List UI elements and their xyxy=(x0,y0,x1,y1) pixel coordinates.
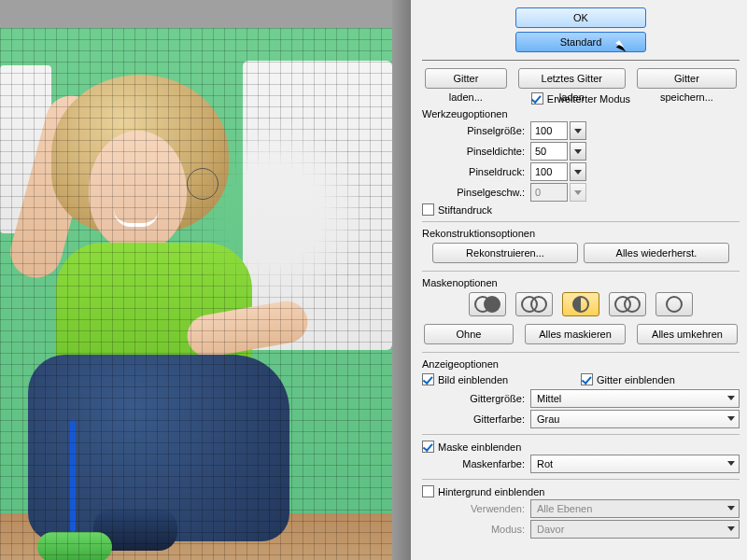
show-backdrop-checkbox[interactable] xyxy=(422,485,434,497)
brush-density-input[interactable] xyxy=(530,142,568,161)
reconstruct-title: Rekonstruktionsoptionen xyxy=(422,228,740,239)
use-label: Verwenden: xyxy=(422,503,530,514)
chevron-down-icon xyxy=(574,129,582,133)
mask-none-button[interactable]: Ohne xyxy=(424,324,514,344)
show-mask-checkbox[interactable] xyxy=(422,441,434,453)
divider xyxy=(422,352,740,353)
show-mask-label: Maske einblenden xyxy=(438,441,521,453)
chevron-down-icon xyxy=(727,396,735,400)
brush-size-stepper[interactable] xyxy=(570,121,586,140)
brush-rate-label: Pinselgeschw.: xyxy=(422,187,530,198)
advanced-mode-label: Erweiterter Modus xyxy=(547,93,630,105)
mesh-color-label: Gitterfarbe: xyxy=(422,413,530,425)
mask-intersect-icon[interactable] xyxy=(609,292,646,316)
mask-all-button[interactable]: Alles maskieren xyxy=(525,324,626,344)
mesh-overlay xyxy=(0,28,392,560)
brush-size-label: Pinselgröße: xyxy=(422,125,530,136)
preview-top-margin xyxy=(0,0,392,28)
mask-subtract-icon[interactable] xyxy=(562,292,599,316)
show-image-label: Bild einblenden xyxy=(438,374,508,385)
mesh-size-select[interactable]: Mittel xyxy=(530,389,740,408)
mask-invert-button[interactable]: Alles umkehren xyxy=(637,324,738,344)
mode-label: Modus: xyxy=(422,524,530,535)
use-select: Alle Ebenen xyxy=(530,499,740,518)
mesh-size-label: Gittergröße: xyxy=(422,393,530,404)
load-mesh-button[interactable]: Gitter laden... xyxy=(425,68,507,89)
tool-options-title: Werkzeugoptionen xyxy=(422,108,740,119)
brush-pressure-label: Pinseldruck: xyxy=(422,166,530,177)
brush-cursor xyxy=(187,168,218,200)
mask-color-select[interactable]: Rot xyxy=(530,455,740,473)
chevron-down-icon xyxy=(574,190,582,195)
divider xyxy=(422,60,740,61)
liquify-options-panel: OK Standard Gitter laden... Letztes Gitt… xyxy=(411,0,747,560)
mesh-color-select[interactable]: Grau xyxy=(530,410,740,428)
ok-button[interactable]: OK xyxy=(515,7,646,28)
brush-rate-stepper xyxy=(570,183,586,202)
mask-color-label: Maskenfarbe: xyxy=(422,458,530,469)
mask-replace-icon[interactable] xyxy=(469,292,506,316)
show-backdrop-label: Hintergrund einblenden xyxy=(438,486,544,497)
restore-all-button[interactable]: Alles wiederherst. xyxy=(584,243,729,263)
divider xyxy=(422,271,740,272)
brush-density-label: Pinseldichte: xyxy=(422,146,530,157)
chevron-down-icon xyxy=(574,170,582,175)
stylus-pressure-checkbox[interactable] xyxy=(422,203,434,216)
show-image-checkbox[interactable] xyxy=(422,373,434,385)
preview-divider xyxy=(392,0,411,560)
mask-add-icon[interactable] xyxy=(515,292,553,316)
brush-pressure-stepper[interactable] xyxy=(570,162,586,181)
brush-density-stepper[interactable] xyxy=(570,142,586,161)
brush-size-input[interactable] xyxy=(530,121,568,140)
view-title: Anzeigeoptionen xyxy=(422,358,740,370)
divider xyxy=(422,221,740,222)
show-mesh-checkbox[interactable] xyxy=(581,373,593,385)
save-mesh-button[interactable]: Gitter speichern... xyxy=(637,68,737,89)
chevron-down-icon xyxy=(574,149,582,154)
mask-invert-icon[interactable] xyxy=(655,292,693,316)
reconstruct-button[interactable]: Rekonstruieren... xyxy=(432,243,578,263)
show-mesh-label: Gitter einblenden xyxy=(597,374,675,385)
liquify-preview[interactable] xyxy=(0,0,411,560)
advanced-mode-checkbox[interactable] xyxy=(531,92,543,105)
divider xyxy=(422,434,740,435)
chevron-down-icon xyxy=(727,526,735,531)
mode-select: Davor xyxy=(530,520,740,539)
chevron-down-icon xyxy=(727,461,735,466)
mask-title: Maskenoptionen xyxy=(422,277,740,288)
brush-rate-input[interactable] xyxy=(530,183,568,202)
brush-pressure-input[interactable] xyxy=(530,162,568,181)
default-button[interactable]: Standard xyxy=(515,32,646,52)
chevron-down-icon xyxy=(727,506,735,511)
stylus-pressure-label: Stiftandruck xyxy=(438,204,492,216)
chevron-down-icon xyxy=(727,416,735,421)
divider xyxy=(422,479,740,480)
mask-mode-group xyxy=(422,292,740,316)
load-last-mesh-button[interactable]: Letztes Gitter laden xyxy=(518,68,626,89)
